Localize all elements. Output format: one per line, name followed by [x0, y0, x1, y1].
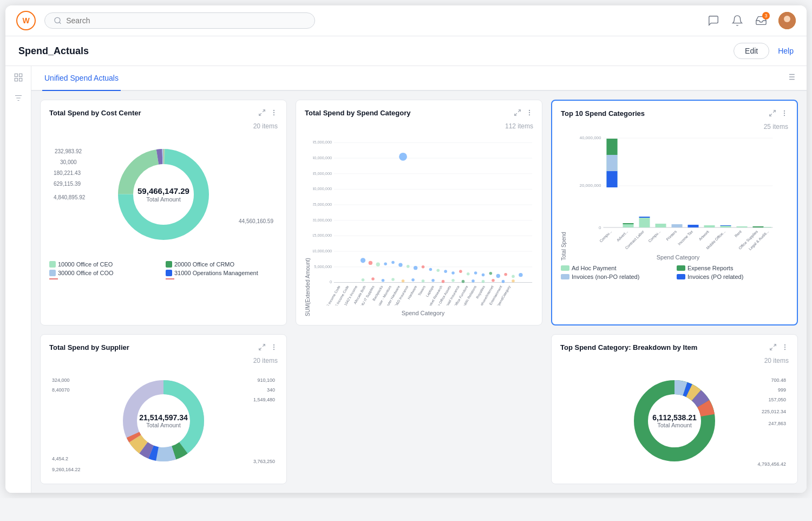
search-input[interactable]: [66, 16, 306, 25]
supplier-items-count: 20 items: [253, 357, 278, 364]
svg-point-63: [414, 266, 417, 270]
svg-line-156: [259, 348, 261, 350]
inbox-icon[interactable]: 3: [755, 14, 768, 27]
svg-text:40,000,000: 40,000,000: [313, 155, 332, 160]
breakdown-label-6: 4,793,456.42: [757, 461, 786, 467]
top10-legend-3: Invoices (non-PO related): [572, 273, 639, 280]
breakdown-label-2: 999: [778, 387, 786, 393]
svg-rect-143: [764, 227, 771, 227]
page-title: Spend_Actuals: [18, 45, 734, 57]
svg-rect-135: [656, 224, 666, 227]
svg-point-78: [362, 278, 365, 282]
svg-text:45,000,000: 45,000,000: [313, 140, 332, 145]
svg-point-70: [467, 272, 470, 276]
legend-label-2: 20000 Office of CRMO: [174, 261, 234, 268]
svg-line-17: [263, 110, 265, 112]
svg-rect-132: [623, 223, 634, 224]
svg-rect-6: [15, 79, 17, 81]
notification-icon[interactable]: [731, 14, 744, 27]
workday-logo: W: [16, 11, 36, 30]
bar-y-label: Total Spend: [561, 133, 567, 260]
edit-button[interactable]: Edit: [734, 43, 769, 59]
top10-expand-icon[interactable]: [769, 109, 776, 119]
svg-point-87: [451, 279, 455, 282]
svg-rect-136: [672, 224, 683, 227]
svg-text:Advert...: Advert...: [616, 230, 628, 242]
breakdown-expand-icon[interactable]: [769, 343, 777, 353]
cost-center-title: Total Spend by Cost Center: [49, 109, 141, 117]
tab-unified-spend-actuals[interactable]: Unified Spend Actuals: [42, 66, 121, 91]
user-avatar[interactable]: [778, 12, 796, 29]
top10-legend-4: Invoices (PO related): [687, 273, 743, 280]
help-link[interactable]: Help: [778, 47, 794, 55]
svg-point-83: [411, 278, 415, 282]
svg-point-71: [474, 271, 477, 275]
svg-text:25,000,000: 25,000,000: [313, 202, 332, 207]
svg-text:Legal & Auditi...: Legal & Auditi...: [748, 230, 770, 251]
svg-point-171: [784, 347, 785, 347]
svg-point-66: [436, 269, 440, 272]
svg-point-67: [444, 270, 447, 273]
svg-point-19: [273, 110, 274, 110]
svg-text:Towers: Towers: [417, 285, 426, 296]
top10-more-icon[interactable]: [781, 109, 788, 119]
svg-line-168: [774, 344, 776, 347]
supplier-label-4: 340: [267, 387, 275, 393]
svg-rect-129: [607, 155, 618, 171]
supplier-expand-icon[interactable]: [258, 343, 266, 353]
svg-rect-4: [15, 74, 17, 76]
svg-point-68: [451, 271, 455, 275]
svg-point-85: [431, 279, 435, 282]
breakdown-by-item-card: Top Spend Category: Breakdown by Item: [551, 334, 798, 484]
cost-center-items-count: 20 items: [253, 122, 278, 130]
svg-rect-137: [688, 225, 699, 227]
svg-text:10,000,000: 10,000,000: [313, 249, 332, 253]
cost-center-card: Total Spend by Cost Center: [40, 100, 287, 325]
sidebar-filter-icon[interactable]: [14, 93, 23, 105]
spend-category-card: Total Spend by Spend Category: [296, 100, 542, 325]
svg-point-81: [391, 278, 395, 281]
scatter-y-label: SUM(Extended Amount): [305, 132, 311, 316]
svg-point-119: [784, 115, 784, 116]
search-icon: [54, 16, 62, 25]
scatter-x-label: Spend Category: [313, 310, 533, 316]
tab-menu-icon[interactable]: [786, 72, 796, 84]
supplier-more-icon[interactable]: [270, 343, 278, 353]
svg-point-56: [361, 258, 365, 263]
scatter-chart: 45,000,000 40,000,000 35,000,000 30,000,…: [313, 132, 533, 305]
breakdown-title: Top Spend Category: Breakdown by Item: [560, 343, 697, 351]
svg-point-61: [398, 263, 402, 266]
svg-text:Artwork: Artwork: [698, 229, 710, 241]
spend-category-title: Total Spend by Spend Category: [305, 109, 411, 117]
svg-text:0: 0: [599, 225, 601, 230]
svg-text:20,000,000: 20,000,000: [579, 183, 601, 188]
svg-line-1: [60, 22, 61, 24]
supplier-label-8: 4,454.2: [52, 456, 68, 461]
cost-center-label-4: 629,115.39: [54, 181, 81, 187]
svg-point-31: [529, 110, 529, 110]
svg-line-29: [518, 110, 520, 112]
breakdown-items-count: 20 items: [764, 357, 789, 364]
svg-point-20: [273, 112, 274, 113]
svg-point-33: [529, 115, 529, 115]
svg-point-32: [529, 112, 529, 113]
chat-icon[interactable]: [707, 14, 720, 27]
cost-center-expand-icon[interactable]: [258, 109, 266, 118]
breakdown-more-icon[interactable]: [781, 343, 789, 353]
spend-category-more-icon[interactable]: [526, 109, 533, 118]
svg-line-155: [263, 344, 265, 347]
svg-rect-139: [721, 226, 731, 227]
svg-rect-5: [19, 74, 22, 76]
supplier-title: Total Spend by Supplier: [49, 343, 129, 351]
svg-rect-128: [607, 139, 618, 155]
top10-legend: Ad Hoc Payment Expense Reports Invoices …: [561, 265, 788, 280]
sidebar-grid-icon[interactable]: [14, 73, 23, 84]
cost-center-more-icon[interactable]: [270, 109, 278, 118]
breakdown-label-4: 225,012.34: [762, 409, 786, 414]
breakdown-donut-center: 6,112,538.21 Total Amount: [652, 413, 697, 429]
spend-category-expand-icon[interactable]: [514, 109, 521, 118]
svg-point-86: [442, 280, 445, 283]
search-bar[interactable]: [44, 12, 315, 29]
svg-point-72: [482, 273, 485, 277]
svg-point-21: [273, 115, 274, 115]
